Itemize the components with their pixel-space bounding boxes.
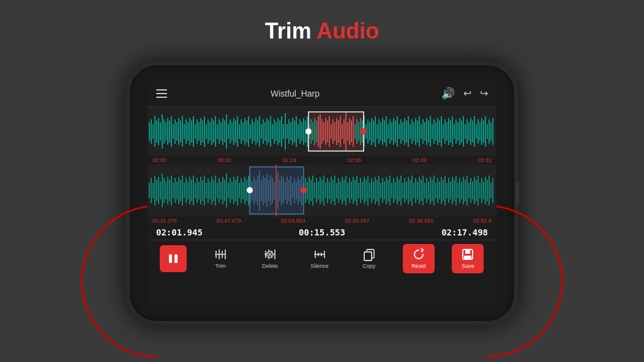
svg-rect-3: [154, 116, 155, 147]
svg-rect-404: [364, 252, 372, 260]
svg-rect-177: [474, 116, 475, 147]
svg-rect-18: [182, 116, 183, 147]
svg-rect-145: [415, 118, 416, 145]
svg-rect-363: [465, 180, 466, 201]
trim-button[interactable]: Trim: [204, 244, 236, 273]
ts2-4: 02:36.591: [409, 218, 433, 224]
svg-rect-331: [406, 182, 407, 199]
svg-rect-194: [154, 175, 155, 205]
svg-rect-313: [373, 182, 374, 199]
svg-rect-215: [193, 175, 194, 205]
top-bar: Wistful_Harp 🔊 ↩ ↪: [148, 80, 496, 107]
svg-rect-186: [490, 122, 492, 141]
svg-point-190: [361, 128, 367, 135]
svg-rect-374: [485, 177, 486, 204]
svg-rect-226: [213, 180, 214, 201]
phone-screen: Wistful_Harp 🔊 ↩ ↪: [148, 80, 496, 306]
svg-rect-209: [182, 175, 183, 205]
svg-rect-408: [464, 256, 471, 259]
svg-rect-367: [472, 182, 473, 199]
svg-rect-285: [321, 180, 323, 201]
svg-rect-230: [220, 182, 222, 199]
svg-rect-132: [391, 122, 392, 141]
svg-rect-308: [364, 177, 365, 204]
svg-rect-159: [441, 116, 442, 147]
svg-rect-72: [281, 116, 282, 147]
svg-rect-59: [257, 120, 258, 142]
delete-button[interactable]: Delete: [254, 244, 286, 273]
svg-rect-356: [452, 177, 453, 204]
svg-rect-324: [393, 178, 394, 203]
copy-label: Copy: [362, 263, 375, 269]
svg-rect-337: [417, 182, 418, 199]
svg-rect-204: [173, 183, 174, 198]
svg-rect-138: [402, 122, 403, 141]
svg-rect-307: [362, 182, 363, 199]
svg-rect-123: [375, 116, 376, 147]
svg-rect-296: [342, 177, 343, 204]
svg-rect-328: [400, 175, 402, 205]
svg-rect-140: [406, 120, 407, 142]
waveform-detail[interactable]: [148, 164, 496, 216]
svg-rect-130: [388, 124, 389, 139]
save-button[interactable]: Save: [452, 244, 484, 273]
svg-rect-220: [202, 180, 203, 201]
svg-rect-318: [382, 178, 383, 203]
redo-icon[interactable]: ↪: [480, 87, 488, 99]
svg-rect-163: [448, 118, 449, 145]
undo-icon[interactable]: ↩: [463, 87, 471, 99]
svg-rect-191: [149, 183, 150, 198]
timestamps-row-2: 01:31.376 01:47.679 02:03.983 02:20.287 …: [148, 216, 496, 225]
bottom-toolbar: Trim Delete: [148, 240, 496, 276]
svg-rect-326: [397, 177, 398, 204]
svg-rect-135: [397, 116, 398, 147]
speaker-icon[interactable]: 🔊: [441, 87, 455, 100]
svg-rect-66: [270, 116, 271, 147]
svg-rect-354: [448, 178, 449, 203]
svg-rect-121: [371, 118, 372, 145]
svg-rect-147: [419, 116, 420, 147]
svg-rect-383: [169, 254, 172, 263]
svg-rect-172: [465, 124, 466, 139]
svg-rect-77: [290, 122, 291, 141]
svg-rect-370: [477, 175, 479, 205]
svg-rect-205: [174, 178, 176, 203]
svg-rect-333: [410, 180, 411, 201]
svg-rect-225: [211, 177, 212, 204]
svg-rect-316: [378, 175, 380, 205]
copy-button[interactable]: Copy: [353, 244, 385, 273]
svg-rect-79: [294, 120, 295, 142]
svg-rect-141: [408, 116, 409, 147]
timestamps-row-1: 00:00 00:42 01:24 02:06 02:49 03:31: [148, 156, 496, 164]
svg-rect-47: [235, 120, 236, 142]
reset-button[interactable]: Reset: [403, 244, 435, 273]
silence-button[interactable]: Silence: [304, 244, 335, 273]
waveform-overview[interactable]: [148, 107, 496, 156]
ts1-3: 02:06: [348, 157, 362, 163]
svg-rect-64: [266, 118, 268, 145]
play-pause-button[interactable]: [160, 245, 187, 272]
svg-rect-361: [461, 182, 462, 199]
svg-rect-193: [152, 183, 154, 198]
svg-rect-322: [389, 175, 391, 205]
svg-rect-317: [380, 183, 381, 198]
svg-rect-213: [189, 177, 190, 204]
svg-rect-407: [465, 249, 470, 254]
svg-rect-168: [457, 122, 459, 141]
svg-rect-329: [402, 183, 403, 198]
ts1-2: 01:24: [283, 157, 297, 163]
svg-rect-119: [367, 119, 369, 144]
time-duration: 00:15.553: [299, 227, 345, 237]
svg-rect-233: [226, 174, 227, 207]
svg-rect-339: [421, 180, 422, 201]
svg-rect-286: [323, 175, 324, 205]
time-end: 02:17.498: [441, 227, 488, 237]
svg-rect-291: [332, 180, 334, 201]
svg-point-380: [247, 187, 253, 193]
svg-rect-227: [215, 175, 216, 205]
svg-rect-312: [371, 178, 372, 203]
svg-rect-134: [395, 120, 396, 142]
save-label: Save: [462, 263, 474, 269]
svg-rect-306: [360, 178, 361, 203]
svg-rect-51: [242, 122, 244, 141]
